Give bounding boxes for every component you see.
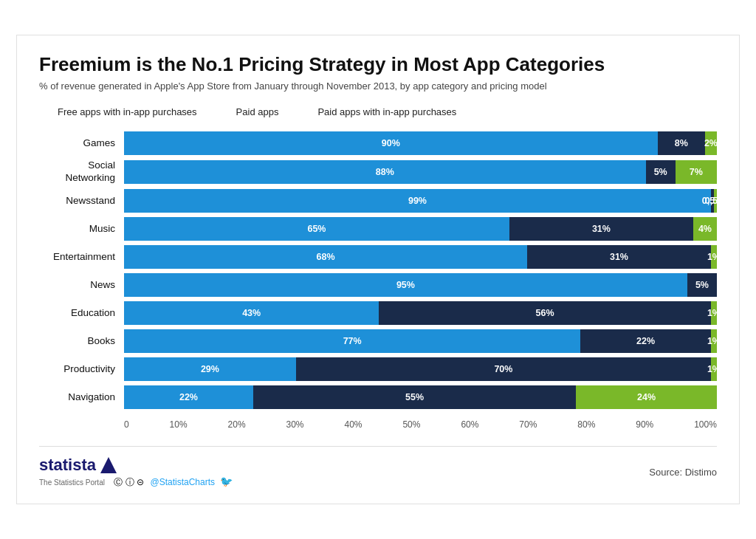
bar-segment-dark: 56%: [379, 301, 711, 325]
legend: Free apps with in-app purchases Paid app…: [39, 105, 717, 118]
x-axis-tick: 40%: [344, 419, 362, 430]
bar-category-label: Newsstand: [39, 195, 124, 207]
bar-category-label: Productivity: [39, 363, 124, 376]
bar-segment-dark: 5%: [687, 273, 717, 297]
bar-segment-green: 1%: [711, 329, 717, 353]
statista-sub: The Statistics Portal Ⓒ ⓘ ⊝ @StatistaCha…: [39, 475, 233, 489]
source-text: Source: Distimo: [649, 467, 717, 478]
chart-title: Freemium is the No.1 Pricing Strategy in…: [39, 53, 717, 76]
bar-row: Books77%22%1%: [39, 329, 717, 353]
bar-track: 22%55%24%: [124, 385, 717, 409]
bar-segment-blue: 88%: [124, 160, 646, 184]
bar-segment-green: 1%: [711, 357, 717, 381]
x-axis-tick: 80%: [577, 419, 595, 430]
bar-row: Entertainment68%31%1%: [39, 245, 717, 269]
statista-logo: statista The Statistics Portal Ⓒ ⓘ ⊝ @St…: [39, 456, 233, 489]
legend-color-green: [299, 105, 312, 118]
twitter-handle: @StatistaCharts: [151, 477, 216, 487]
bar-segment-green: 7%: [676, 160, 717, 184]
twitter-icon: 🐦: [220, 476, 233, 487]
bar-segment-blue: 95%: [124, 273, 687, 297]
bar-category-label: Entertainment: [39, 251, 124, 264]
bar-category-label: SocialNetworking: [39, 159, 124, 185]
x-axis-tick: 20%: [228, 419, 246, 430]
bar-segment-blue: 90%: [124, 131, 658, 155]
x-axis-tick: 50%: [402, 419, 420, 430]
bar-category-label: News: [39, 279, 124, 292]
bar-segment-dark: 31%: [527, 245, 711, 269]
legend-item-dark: Paid apps: [218, 105, 279, 118]
bar-segment-green: 2%: [705, 131, 717, 155]
legend-label-blue: Free apps with in-app purchases: [58, 106, 197, 117]
bar-segment-green: 1%: [711, 301, 717, 325]
bar-track: 29%70%1%: [124, 357, 717, 381]
bar-row: SocialNetworking88%5%7%: [39, 159, 717, 185]
bar-track: 99%0,5%0,5%: [124, 189, 717, 213]
bar-row: News95%5%: [39, 273, 717, 297]
bar-segment-dark: 70%: [296, 357, 711, 381]
bar-category-label: Music: [39, 223, 124, 236]
bar-segment-green: 0,5%: [714, 189, 717, 213]
x-axis-tick: 0: [124, 419, 129, 430]
cc-icons: Ⓒ ⓘ ⊝: [114, 477, 144, 487]
bar-segment-blue: 77%: [124, 329, 580, 353]
x-axis-tick: 10%: [170, 419, 188, 430]
bar-segment-dark: 5%: [646, 160, 676, 184]
x-axis: 010%20%30%40%50%60%70%80%90%100%: [124, 419, 717, 430]
bar-category-label: Education: [39, 307, 124, 320]
chart-footer: statista The Statistics Portal Ⓒ ⓘ ⊝ @St…: [39, 446, 717, 489]
legend-color-dark: [218, 105, 231, 118]
bar-segment-blue: 22%: [124, 385, 253, 409]
bar-segment-dark: 8%: [658, 131, 705, 155]
bar-track: 68%31%1%: [124, 245, 717, 269]
bar-segment-dark: 22%: [580, 329, 711, 353]
legend-label-dark: Paid apps: [236, 106, 279, 117]
bar-row: Newsstand99%0,5%0,5%: [39, 189, 717, 213]
bar-category-label: Navigation: [39, 391, 124, 404]
legend-label-green: Paid apps with in-app purchases: [317, 106, 456, 117]
x-axis-tick: 70%: [519, 419, 537, 430]
chart-container: Freemium is the No.1 Pricing Strategy in…: [16, 35, 740, 504]
bar-category-label: Games: [39, 137, 124, 150]
bar-track: 95%5%: [124, 273, 717, 297]
legend-item-green: Paid apps with in-app purchases: [299, 105, 456, 118]
bar-row: Music65%31%4%: [39, 217, 717, 241]
bar-segment-dark: 31%: [509, 217, 693, 241]
bar-track: 90%8%2%: [124, 131, 717, 155]
bar-segment-green: 24%: [576, 385, 717, 409]
bar-track: 77%22%1%: [124, 329, 717, 353]
x-axis-tick: 30%: [286, 419, 304, 430]
bar-segment-blue: 43%: [124, 301, 379, 325]
bar-segment-dark: 55%: [253, 385, 576, 409]
bar-track: 65%31%4%: [124, 217, 717, 241]
statista-icon: [100, 457, 117, 473]
statista-main: statista: [39, 456, 233, 475]
legend-item-blue: Free apps with in-app purchases: [39, 105, 197, 118]
bar-segment-blue: 99%: [124, 189, 711, 213]
chart-subtitle: % of revenue generated in Apple's App St…: [39, 80, 717, 92]
bar-row: Education43%56%1%: [39, 301, 717, 325]
bar-track: 43%56%1%: [124, 301, 717, 325]
bar-row: Productivity29%70%1%: [39, 357, 717, 381]
bar-row: Navigation22%55%24%: [39, 385, 717, 409]
bar-segment-blue: 68%: [124, 245, 527, 269]
legend-color-blue: [39, 105, 52, 118]
bar-row: Games90%8%2%: [39, 131, 717, 155]
bar-segment-blue: 29%: [124, 357, 296, 381]
bar-track: 88%5%7%: [124, 160, 717, 184]
statista-text: statista: [39, 456, 96, 475]
bar-segment-green: 1%: [711, 245, 717, 269]
bar-segment-green: 4%: [693, 217, 717, 241]
svg-marker-0: [100, 457, 117, 473]
x-axis-tick: 100%: [694, 419, 717, 430]
x-axis-tick: 90%: [636, 419, 653, 430]
x-axis-tick: 60%: [461, 419, 478, 430]
bar-category-label: Books: [39, 335, 124, 348]
chart-area: Games90%8%2%SocialNetworking88%5%7%Newss…: [39, 131, 717, 413]
bar-segment-blue: 65%: [124, 217, 509, 241]
